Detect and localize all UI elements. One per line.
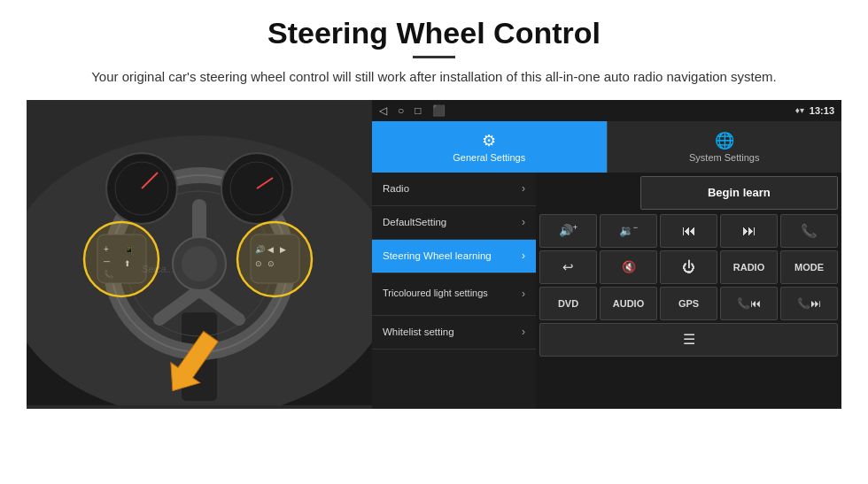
phone-icon: 📞 — [801, 223, 818, 239]
chevron-right-icon: › — [522, 288, 525, 300]
empty-space — [539, 176, 638, 210]
menu-tricoloured-label: Tricoloured light settings — [383, 288, 488, 299]
tab-system-label: System Settings — [689, 152, 759, 163]
prev-track-button[interactable]: ⏮ — [660, 214, 717, 248]
power-button[interactable]: ⏻ — [660, 250, 717, 284]
tab-general-settings[interactable]: ⚙ General Settings — [372, 121, 607, 173]
power-icon: ⏻ — [682, 259, 695, 274]
menu-area: Radio › DefaultSetting › Steering Wheel … — [372, 173, 841, 409]
tab-general-label: General Settings — [453, 152, 525, 163]
svg-text:Seica...: Seica... — [142, 264, 174, 274]
chevron-right-icon: › — [522, 326, 525, 338]
radio-button[interactable]: RADIO — [720, 250, 778, 284]
menu-item-tricoloured[interactable]: Tricoloured light settings › — [372, 273, 536, 316]
tab-system-settings[interactable]: 🌐 System Settings — [607, 121, 842, 173]
title-section: Steering Wheel Control Your original car… — [27, 16, 841, 88]
volume-up-icon: 🔊+ — [559, 223, 577, 237]
page-title: Steering Wheel Control — [27, 16, 841, 50]
status-time: 13:13 — [810, 105, 834, 116]
android-ui: ◁ ○ □ ⬛ ♦▾ 13:13 ⚙ General Settings 🌐 — [372, 100, 841, 409]
phone-next-icon: 📞⏭ — [797, 297, 821, 310]
phone-prev-button[interactable]: 📞⏮ — [720, 287, 778, 320]
volume-up-button[interactable]: 🔊+ — [539, 214, 597, 248]
phone-button[interactable]: 📞 — [780, 214, 838, 248]
begin-learn-button[interactable]: Begin learn — [640, 176, 838, 210]
svg-point-11 — [182, 246, 217, 281]
chevron-right-icon: › — [522, 182, 525, 195]
menu-default-label: DefaultSetting — [383, 217, 446, 227]
radio-label: RADIO — [733, 262, 764, 273]
list-button[interactable]: ☰ — [539, 323, 838, 357]
menu-steering-label: Steering Wheel learning — [383, 250, 492, 261]
subtitle: Your original car's steering wheel contr… — [27, 67, 841, 88]
chevron-right-icon: › — [522, 216, 525, 228]
menu-item-steering[interactable]: Steering Wheel learning › — [372, 240, 536, 273]
menu-radio-label: Radio — [383, 183, 409, 194]
mute-icon: 🔇 — [622, 260, 636, 273]
top-tabs: ⚙ General Settings 🌐 System Settings — [372, 121, 841, 173]
controls-row-2: ↩ 🔇 ⏻ RADIO MODE — [539, 250, 838, 284]
menu-whitelist-label: Whitelist setting — [383, 327, 454, 337]
controls-row-4: ☰ — [539, 323, 838, 357]
gps-label: GPS — [678, 298, 699, 309]
page-container: Steering Wheel Control Your original car… — [0, 0, 868, 418]
car-image-section: + ─ 📱 ⬆ 📞 🔊 ◀ ▶ ⊙ ⊙ — [27, 100, 372, 409]
screenshot-icon[interactable]: ⬛ — [432, 104, 446, 117]
audio-button[interactable]: AUDIO — [600, 287, 657, 320]
next-track-button[interactable]: ⏭ — [720, 214, 778, 248]
home-nav-icon[interactable]: ○ — [398, 104, 404, 117]
status-bar-right: ♦▾ 13:13 — [795, 105, 834, 116]
system-globe-icon: 🌐 — [715, 131, 734, 150]
volume-down-icon: 🔉− — [619, 223, 638, 237]
phone-next-button[interactable]: 📞⏭ — [780, 287, 838, 320]
list-icon: ☰ — [683, 331, 695, 348]
dvd-label: DVD — [558, 298, 578, 309]
phone-prev-icon: 📞⏮ — [737, 297, 761, 310]
audio-label: AUDIO — [613, 298, 644, 309]
menu-item-whitelist[interactable]: Whitelist setting › — [372, 316, 536, 350]
next-track-icon: ⏭ — [742, 223, 756, 239]
recents-nav-icon[interactable]: □ — [415, 104, 421, 117]
controls-area: Begin learn 🔊+ 🔉− ⏮ — [536, 173, 841, 409]
settings-gear-icon: ⚙ — [482, 131, 496, 150]
menu-item-default[interactable]: DefaultSetting › — [372, 206, 536, 240]
mute-button[interactable]: 🔇 — [600, 250, 657, 284]
chevron-right-icon-active: › — [522, 250, 525, 262]
mode-button[interactable]: MODE — [780, 250, 838, 284]
controls-row-3: DVD AUDIO GPS 📞⏮ 📞⏭ — [539, 287, 838, 320]
menu-item-radio[interactable]: Radio › — [372, 173, 536, 206]
svg-point-30 — [84, 222, 159, 296]
svg-point-31 — [237, 222, 312, 296]
wifi-icon: ♦▾ — [795, 105, 804, 115]
menu-left: Radio › DefaultSetting › Steering Wheel … — [372, 173, 536, 409]
prev-track-icon: ⏮ — [682, 223, 696, 239]
call-end-icon: ↩ — [562, 259, 574, 275]
dvd-button[interactable]: DVD — [539, 287, 597, 320]
controls-row-1: 🔊+ 🔉− ⏮ ⏭ 📞 — [539, 214, 838, 248]
mode-label: MODE — [794, 262, 824, 273]
call-end-button[interactable]: ↩ — [539, 250, 597, 284]
volume-down-button[interactable]: 🔉− — [600, 214, 657, 248]
begin-learn-row: Begin learn — [539, 176, 838, 211]
status-bar-left: ◁ ○ □ ⬛ — [379, 104, 446, 117]
car-image-svg: + ─ 📱 ⬆ 📞 🔊 ◀ ▶ ⊙ ⊙ — [27, 100, 372, 405]
gps-button[interactable]: GPS — [660, 287, 717, 320]
content-area: + ─ 📱 ⬆ 📞 🔊 ◀ ▶ ⊙ ⊙ — [27, 100, 841, 409]
title-divider — [413, 56, 455, 58]
status-bar: ◁ ○ □ ⬛ ♦▾ 13:13 — [372, 100, 841, 121]
back-nav-icon[interactable]: ◁ — [379, 104, 387, 117]
